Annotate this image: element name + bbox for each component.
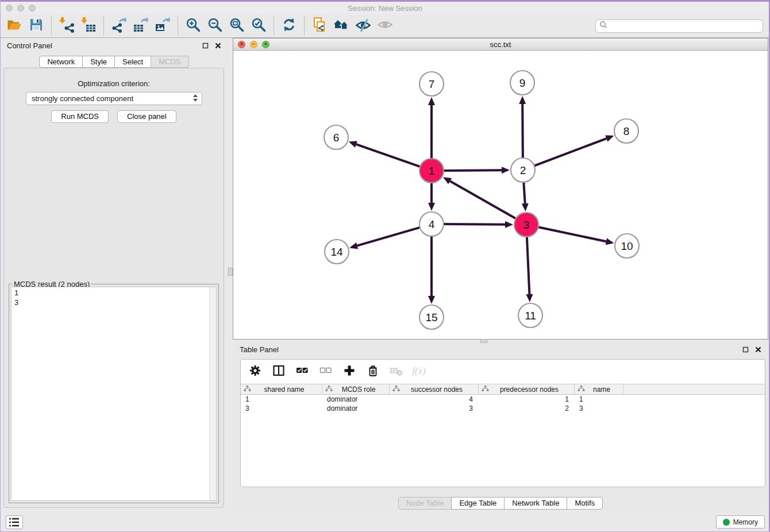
graph-edge-4-3[interactable] [444, 221, 513, 228]
close-panel-icon[interactable] [213, 41, 222, 51]
control-tab-style[interactable]: Style [82, 56, 115, 68]
result-scrollbar[interactable] [209, 287, 216, 500]
graph-node-6[interactable]: 6 [324, 125, 348, 149]
float-panel-icon[interactable] [201, 41, 210, 51]
table-tab-network-table[interactable]: Network Table [504, 497, 567, 510]
memory-button[interactable]: Memory [716, 515, 765, 529]
column-header-name[interactable]: name [575, 384, 623, 394]
table-tab-node-table[interactable]: Node Table [398, 497, 452, 510]
zoom-out-button[interactable] [204, 16, 226, 36]
graph-edge-1-2[interactable] [444, 167, 510, 174]
graph-edge-2-3[interactable] [522, 182, 529, 211]
graph-edge-4-15[interactable] [428, 236, 435, 304]
control-tab-select[interactable]: Select [114, 56, 151, 68]
graph-node-7[interactable]: 7 [419, 72, 444, 96]
graph-node-3[interactable]: 3 [514, 213, 538, 237]
select-all-columns-button[interactable] [295, 364, 310, 379]
table-cell[interactable]: 3 [390, 404, 479, 413]
table-tab-edge-table[interactable]: Edge Table [451, 497, 505, 510]
show-details-button[interactable] [374, 16, 396, 36]
graph-node-11[interactable]: 11 [518, 303, 542, 327]
table-cell[interactable]: 4 [390, 395, 479, 403]
show-columns-button[interactable] [271, 364, 286, 379]
network-minimize-button[interactable]: − [250, 41, 257, 48]
export-table-button[interactable] [130, 16, 152, 36]
hide-details-button[interactable] [352, 16, 374, 36]
save-session-button[interactable] [25, 16, 47, 36]
graph-node-4[interactable]: 4 [419, 212, 444, 236]
vertical-splitter-handle[interactable] [228, 268, 233, 276]
network-window-title: scc.txt [233, 40, 768, 49]
search-field[interactable] [595, 20, 763, 33]
graph-edge-3-1[interactable] [443, 177, 516, 218]
export-network-button[interactable] [108, 16, 130, 36]
refresh-icon [281, 17, 297, 35]
svg-text:10: 10 [621, 240, 633, 252]
table-cell[interactable]: 3 [575, 404, 623, 413]
open-file-button[interactable] [3, 16, 25, 36]
graph-edge-1-6[interactable] [349, 141, 421, 167]
horizontal-splitter-handle[interactable] [480, 339, 487, 343]
network-zoom-button[interactable]: + [262, 41, 270, 48]
criterion-dropdown[interactable]: strongly connected component [26, 92, 202, 105]
table-tab-motifs[interactable]: Motifs [567, 497, 603, 510]
column-header-predecessor-nodes[interactable]: predecessor nodes [479, 384, 575, 394]
graph-edge-2-8[interactable] [534, 136, 614, 166]
column-header-successor-nodes[interactable]: successor nodes [390, 384, 479, 394]
graph-node-2[interactable]: 2 [511, 158, 535, 182]
column-header-MCDS-role[interactable]: MCDS role [322, 384, 390, 394]
close-table-panel-icon[interactable] [753, 345, 763, 354]
import-table-button[interactable] [78, 16, 99, 36]
column-header-shared-name[interactable]: shared name [241, 384, 322, 394]
table-cell[interactable]: 1 [575, 395, 623, 403]
float-table-panel-icon[interactable] [741, 345, 750, 354]
graph-node-1[interactable]: 1 [419, 159, 444, 183]
control-tab-network[interactable]: Network [39, 56, 83, 68]
apply-layout-button[interactable] [278, 16, 300, 36]
graph-edge-3-11[interactable] [526, 237, 533, 302]
table-cell[interactable]: 2 [479, 404, 575, 413]
table-cell[interactable]: dominator [322, 404, 390, 413]
first-neighbors-button[interactable] [330, 16, 352, 36]
clone-network-button[interactable] [309, 16, 330, 36]
create-column-button[interactable] [342, 364, 357, 379]
table-cell[interactable]: dominator [322, 395, 390, 403]
control-tab-mcds[interactable]: MCDS [151, 56, 188, 68]
graph-edge-3-10[interactable] [538, 227, 614, 245]
search-input[interactable] [607, 22, 763, 30]
export-image-button[interactable] [152, 16, 174, 36]
mcds-result-list[interactable]: 1 3 [11, 287, 217, 501]
import-network-icon [59, 17, 75, 35]
table-cell[interactable]: 1 [241, 395, 322, 403]
graph-node-8[interactable]: 8 [614, 119, 638, 143]
delete-table-button[interactable] [389, 364, 404, 379]
table-cell[interactable]: 1 [479, 395, 575, 403]
zoom-in-button[interactable] [182, 16, 204, 36]
task-history-button[interactable] [6, 515, 23, 529]
run-mcds-button[interactable]: Run MCDS [51, 110, 109, 123]
zoom-selected-button[interactable] [248, 16, 270, 36]
delete-columns-button[interactable] [365, 364, 380, 379]
table-settings-button[interactable] [248, 364, 263, 379]
table-row[interactable]: 3dominator323 [241, 404, 765, 413]
table-cell[interactable]: 3 [241, 404, 322, 413]
graph-edge-1-4[interactable] [428, 183, 435, 211]
import-network-button[interactable] [56, 16, 78, 36]
graph-node-15[interactable]: 15 [419, 305, 444, 329]
graph-edge-2-9[interactable] [519, 96, 526, 158]
function-builder-button[interactable]: f(x) [413, 364, 428, 379]
zoom-fit-button[interactable] [226, 16, 248, 36]
graph-node-14[interactable]: 14 [325, 240, 349, 264]
graph-node-9[interactable]: 9 [510, 71, 534, 95]
table-tabs: Node TableEdge TableNetwork TableMotifs [233, 497, 768, 510]
graph-node-10[interactable]: 10 [615, 234, 639, 258]
graph-edge-4-14[interactable] [349, 228, 420, 249]
close-panel-button[interactable]: Close panel [117, 110, 176, 123]
table-panel-title: Table Panel [240, 345, 279, 354]
save-icon [28, 17, 44, 35]
table-row[interactable]: 1dominator411 [241, 395, 765, 404]
deselect-all-columns-button[interactable] [318, 364, 333, 379]
network-canvas[interactable]: 7968124314101511 [233, 51, 768, 339]
network-close-button[interactable]: × [238, 41, 245, 48]
graph-edge-1-7[interactable] [428, 97, 435, 159]
